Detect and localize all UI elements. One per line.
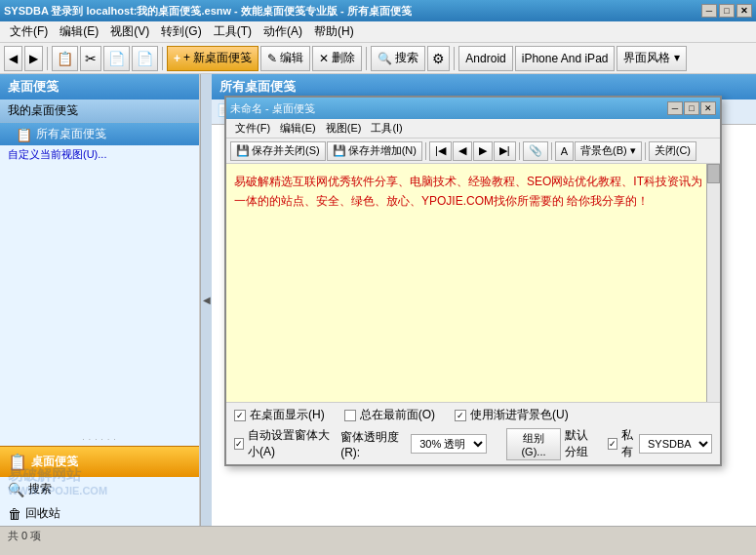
group-area: 组别(G)... 默认分组 (506, 427, 598, 460)
auto-font-checkbox[interactable]: ✓ (234, 438, 244, 450)
note-menu-view[interactable]: 视图(E) (321, 120, 367, 137)
bg-color-button[interactable]: 背景色(B) ▾ (575, 141, 642, 161)
attach-icon: 📎 (529, 144, 542, 157)
toolbar-icon5[interactable]: ⚙ (427, 46, 450, 71)
toolbar-icon3[interactable]: 📄 (103, 46, 130, 71)
toolbar-sep2 (162, 47, 163, 70)
nav-last-button[interactable]: ▶| (494, 141, 516, 161)
font-a-button[interactable]: A (555, 141, 574, 161)
status-text: 共 0 项 (8, 529, 41, 543)
menu-tools[interactable]: 工具(T) (208, 21, 258, 42)
transparency-select[interactable]: 30% 透明 (411, 434, 487, 454)
menu-goto[interactable]: 转到(G) (155, 21, 207, 42)
display-check[interactable]: ✓ 在桌面显示(H) (234, 407, 325, 423)
save-close-button[interactable]: 💾 保存并关闭(S) (230, 141, 326, 161)
search-button[interactable]: 🔍 🔍 搜索 搜索 (371, 46, 425, 71)
sidebar: 桌面便笺 我的桌面便笺 📋 所有桌面便笺 自定义当前视图(U)... · · ·… (0, 74, 200, 526)
note-toolbar-sep1 (425, 142, 426, 160)
save-add-button[interactable]: 💾 保存并增加(N) (327, 141, 422, 161)
new-note-button[interactable]: + + 新桌面便笺 (167, 46, 259, 71)
all-notes-icon: 📋 (16, 127, 32, 142)
note-toolbar: 💾 保存并关闭(S) 💾 保存并增加(N) |◀ ◀ ▶ ▶| 📎 A 背景色(… (226, 139, 720, 164)
customize-view-link[interactable]: 自定义当前视图(U)... (0, 145, 199, 164)
toolbar-icon1[interactable]: 📋 (52, 46, 78, 71)
auto-font-check[interactable]: ✓ 自动设置窗体大小(A) (234, 427, 331, 460)
menu-view[interactable]: 视图(V) (104, 21, 155, 42)
gradient-check[interactable]: ✓ 使用渐进背景色(U) (455, 407, 569, 423)
title-bar: SYSDBA 登录到 localhost:我的桌面便笺.esnw - 效能桌面便… (0, 0, 756, 21)
note-toolbar-sep2 (519, 142, 520, 160)
nav-first-button[interactable]: |◀ (429, 141, 452, 161)
group-value: 默认分组 (565, 427, 598, 460)
note-toolbar-sep3 (551, 142, 552, 160)
toolbar-forward-btn[interactable]: ▶ (24, 46, 43, 71)
sidebar-collapse-button[interactable]: ◀ (200, 74, 212, 526)
display-checkbox[interactable]: ✓ (234, 410, 246, 421)
nav-prev-button[interactable]: ◀ (453, 141, 472, 161)
note-footer-row1: ✓ 在桌面显示(H) 总在最前面(O) ✓ 使用渐进背景色(U) (234, 407, 712, 423)
toolbar-icon2[interactable]: ✂ (80, 46, 101, 71)
topmost-checkbox[interactable] (344, 410, 356, 421)
toolbar-back-btn[interactable]: ◀ (4, 46, 22, 71)
note-menu-edit[interactable]: 编辑(E) (275, 120, 321, 137)
sidebar-header: 桌面便笺 (0, 74, 199, 99)
menu-action[interactable]: 动作(A) (258, 21, 308, 42)
private-checkbox[interactable]: ✓ (608, 438, 617, 450)
save-add-icon: 💾 (333, 144, 346, 157)
group-button[interactable]: 组别(G)... (506, 428, 561, 460)
delete-icon: ✕ (319, 52, 329, 65)
private-label: 私有 (621, 427, 635, 460)
note-window: 未命名 - 桌面便笺 ─ □ ✕ 文件(F) 编辑(E) 视图(E) 工具(I)… (224, 96, 722, 466)
style-button[interactable]: 界面风格 ▾ (617, 46, 686, 71)
sidebar-tab-trash[interactable]: 🗑 回收站 (0, 501, 199, 526)
maximize-button[interactable]: □ (719, 4, 735, 18)
sidebar-item-all-notes[interactable]: 📋 所有桌面便笺 (0, 123, 199, 145)
nav-next-button[interactable]: ▶ (473, 141, 493, 161)
note-window-controls: ─ □ ✕ (667, 101, 716, 115)
note-footer: ✓ 在桌面显示(H) 总在最前面(O) ✓ 使用渐进背景色(U) ✓ 自动设置窗… (226, 402, 720, 464)
note-close-button[interactable]: ✕ (700, 101, 716, 115)
iphone-button[interactable]: iPhone And iPad (515, 46, 616, 71)
edit-button[interactable]: ✎ 编辑 (260, 46, 310, 71)
main-toolbar: ◀ ▶ 📋 ✂ 📄 📄 + + 新桌面便笺 ✎ 编辑 ✕ 删除 🔍 🔍 搜索 搜… (0, 43, 756, 74)
edit-icon: ✎ (267, 52, 277, 65)
attach-button[interactable]: 📎 (523, 141, 548, 161)
sidebar-tab-search[interactable]: 🔍 搜索 (0, 477, 199, 501)
transparency-label: 窗体透明度(R): (340, 429, 401, 459)
toolbar-icon4[interactable]: 📄 (132, 46, 158, 71)
toolbar-sep4 (454, 47, 455, 70)
toolbar-sep3 (366, 47, 367, 70)
close-button[interactable]: ✕ (736, 4, 752, 18)
note-maximize-button[interactable]: □ (684, 101, 699, 115)
note-window-title: 未命名 - 桌面便笺 (230, 101, 315, 116)
scrollbar-thumb[interactable] (707, 164, 720, 183)
search-icon: 🔍 (378, 52, 392, 65)
private-user-select[interactable]: SYSDBA (639, 434, 712, 454)
menu-edit[interactable]: 编辑(E) (54, 21, 104, 42)
topmost-check[interactable]: 总在最前面(O) (344, 407, 435, 423)
note-footer-row2: ✓ 自动设置窗体大小(A) 窗体透明度(R): 30% 透明 组别(G)... … (234, 427, 712, 460)
search-tab-icon: 🔍 (8, 482, 24, 497)
delete-button[interactable]: ✕ 删除 (312, 46, 362, 71)
window-title: SYSDBA 登录到 localhost:我的桌面便笺.esnw - 效能桌面便… (4, 4, 412, 19)
note-content[interactable]: 易破解精选互联网优秀软件分享、电脑技术、经验教程、SEO网站优化教程、IT科技资… (226, 164, 720, 402)
gradient-checkbox[interactable]: ✓ (455, 410, 466, 421)
menu-file[interactable]: 文件(F) (4, 21, 54, 42)
menu-help[interactable]: 帮助(H) (308, 21, 360, 42)
note-menu-bar: 文件(F) 编辑(E) 视图(E) 工具(I) (226, 119, 720, 139)
menu-bar: 文件(F) 编辑(E) 视图(V) 转到(G) 工具(T) 动作(A) 帮助(H… (0, 21, 756, 43)
status-bar: 共 0 项 (0, 526, 756, 545)
note-close-toolbar-button[interactable]: 关闭(C) (649, 141, 696, 161)
android-button[interactable]: Android (458, 46, 512, 71)
private-area: ✓ 私有 SYSDBA (608, 427, 712, 460)
note-menu-file[interactable]: 文件(F) (230, 120, 275, 137)
note-menu-tools[interactable]: 工具(I) (366, 120, 407, 137)
minimize-button[interactable]: ─ (701, 4, 717, 18)
note-scrollbar[interactable] (706, 164, 720, 402)
trash-tab-icon: 🗑 (8, 506, 21, 522)
sidebar-tab-notes[interactable]: 📋 桌面便笺 (0, 446, 199, 477)
notes-tab-icon: 📋 (8, 453, 27, 471)
new-note-icon: + (174, 52, 180, 65)
my-notes-section: 我的桌面便笺 (0, 99, 199, 123)
note-minimize-button[interactable]: ─ (667, 101, 683, 115)
